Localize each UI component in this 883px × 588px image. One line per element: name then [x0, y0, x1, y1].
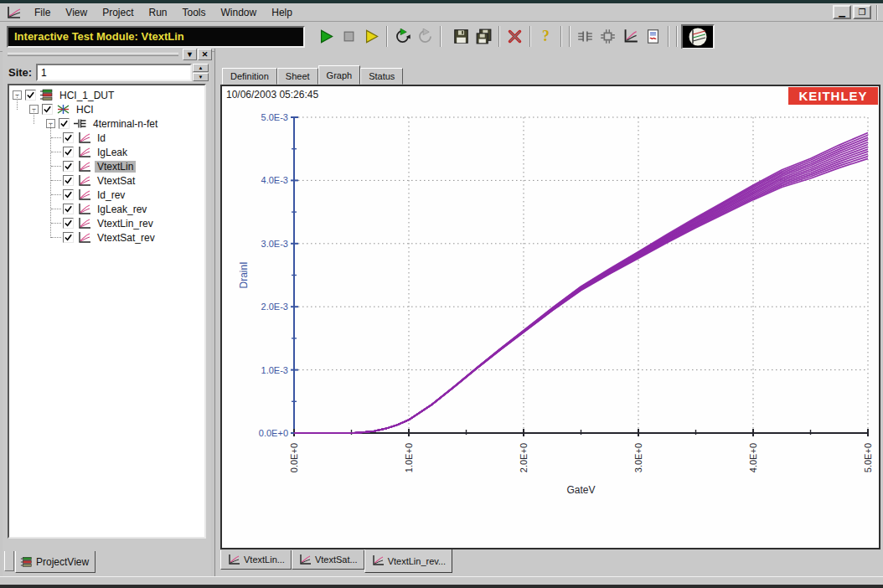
menu-view[interactable]: View: [58, 5, 95, 20]
menu-run[interactable]: Run: [142, 5, 175, 20]
stress-checkbox[interactable]: [42, 104, 53, 115]
panel-close-button[interactable]: ✕: [198, 49, 212, 60]
test-tab-label: VtextLin_rev...: [388, 556, 447, 566]
test-label[interactable]: VtextSat: [95, 175, 137, 187]
svg-text:4.0E+0: 4.0E+0: [748, 443, 758, 472]
graph-window-button[interactable]: [681, 24, 715, 49]
test-graph-icon: [77, 188, 91, 201]
test-graph-icon: [77, 160, 91, 173]
menu-window[interactable]: Window: [214, 5, 265, 20]
tree-label-stress[interactable]: HCI: [74, 104, 96, 116]
site-input[interactable]: [38, 65, 190, 80]
tree-test-item[interactable]: VtextSat: [51, 173, 204, 188]
save-all-button[interactable]: [472, 25, 495, 48]
app-graph-icon: [5, 6, 22, 19]
project-tree: − HCI_1_DUT − HCI − 4terminal-n-fet: [8, 84, 206, 539]
save-button[interactable]: [450, 25, 472, 48]
toolbar-separator: [569, 26, 571, 47]
help-button[interactable]: ?: [534, 25, 557, 48]
tab-sheet[interactable]: Sheet: [277, 68, 318, 85]
run-button[interactable]: [315, 25, 338, 48]
status-bar: [0, 576, 883, 585]
tree-connector: [51, 209, 61, 209]
test-checkbox[interactable]: [63, 189, 74, 200]
site-spin-down[interactable]: ▼: [193, 73, 209, 81]
tree-label-device[interactable]: 4terminal-n-fet: [90, 118, 160, 130]
test-structure-button[interactable]: [574, 25, 596, 48]
tree-test-item[interactable]: VtextLin: [51, 159, 204, 173]
dut-checkbox[interactable]: [25, 90, 36, 101]
test-checkbox[interactable]: [63, 218, 74, 229]
module-banner: Interactive Test Module: VtextLin: [7, 26, 305, 48]
tree-node-device[interactable]: − 4terminal-n-fet: [46, 116, 204, 131]
svg-text:1.0E+0: 1.0E+0: [404, 443, 414, 472]
tree-connector: [51, 152, 61, 152]
test-tab-label: VtextSat...: [315, 554, 358, 565]
tree-vline: [34, 110, 34, 124]
tab-vtextlin-rev[interactable]: VtextLin_rev...: [364, 549, 453, 573]
tree-test-item[interactable]: IgLeak_rev: [51, 202, 204, 216]
toolbar: Interactive Test Module: VtextLin: [0, 22, 883, 52]
menu-file[interactable]: File: [27, 5, 58, 20]
device-checkbox[interactable]: [59, 118, 70, 129]
hidden-tab-stub[interactable]: [4, 551, 14, 571]
test-label[interactable]: VtextSat_rev: [95, 232, 157, 244]
test-checkbox[interactable]: [63, 175, 74, 186]
repeat-run-button[interactable]: [391, 25, 414, 48]
graph-button[interactable]: [619, 25, 642, 48]
test-checkbox[interactable]: [63, 232, 74, 243]
menu-tools[interactable]: Tools: [175, 5, 214, 20]
delete-button[interactable]: [503, 25, 526, 48]
tab-project-view[interactable]: ProjectView: [15, 551, 96, 573]
stop-button[interactable]: [338, 25, 360, 48]
svg-text:0.0E+0: 0.0E+0: [289, 443, 299, 472]
test-label[interactable]: VtextLin: [95, 161, 136, 173]
svg-text:GateV: GateV: [566, 484, 595, 496]
test-tab-graph-icon: [371, 555, 385, 566]
test-checkbox[interactable]: [63, 132, 74, 143]
site-field[interactable]: [36, 64, 192, 81]
svg-text:5.0E-3: 5.0E-3: [261, 112, 288, 122]
tab-definition[interactable]: Definition: [222, 68, 277, 85]
test-label[interactable]: VtextLin_rev: [95, 218, 156, 230]
minimize-button[interactable]: ▁: [833, 5, 851, 19]
repeat-disabled-button[interactable]: [414, 25, 436, 48]
tree-test-item[interactable]: VtextSat_rev: [51, 230, 204, 245]
device-button[interactable]: [596, 25, 619, 48]
panel-gripper[interactable]: [8, 53, 178, 56]
svg-text:0.0E+0: 0.0E+0: [259, 428, 288, 438]
tree-test-item[interactable]: Id: [51, 131, 204, 145]
step-button[interactable]: [360, 25, 383, 48]
tree-label-dut[interactable]: HCI_1_DUT: [57, 90, 116, 101]
tree-test-item[interactable]: Id_rev: [51, 188, 204, 202]
test-label[interactable]: IgLeak_rev: [95, 204, 149, 215]
tree-node-dut[interactable]: − HCI_1_DUT: [13, 88, 204, 102]
svg-text:5.0E+0: 5.0E+0: [863, 443, 873, 472]
tab-vtextlin[interactable]: VtextLin...: [220, 550, 292, 570]
tree-test-item[interactable]: VtextLin_rev: [51, 216, 204, 230]
save-icon: [453, 28, 469, 44]
menu-help[interactable]: Help: [264, 5, 300, 20]
restore-button[interactable]: ❐: [853, 5, 871, 19]
test-label[interactable]: IgLeak: [95, 147, 130, 158]
tree-node-stress[interactable]: − HCI: [29, 102, 204, 116]
module-tabs: Definition Sheet Graph Status: [222, 65, 403, 85]
keithley-logo: KEITHLEY: [788, 87, 878, 105]
tab-graph[interactable]: Graph: [318, 65, 361, 85]
tab-vtextsat[interactable]: VtextSat...: [292, 550, 364, 570]
report-button[interactable]: [642, 25, 664, 48]
test-label[interactable]: Id_rev: [95, 189, 127, 201]
stop-icon: [341, 28, 357, 44]
graph-canvas: 0.0E+01.0E-32.0E-33.0E-34.0E-35.0E-30.0E…: [220, 85, 880, 549]
menu-project[interactable]: Project: [95, 5, 141, 20]
site-spin-up[interactable]: ▲: [193, 64, 209, 72]
tree-test-item[interactable]: IgLeak: [51, 145, 204, 159]
test-checkbox[interactable]: [63, 147, 74, 157]
tab-status[interactable]: Status: [360, 68, 403, 85]
menu-bar: File View Project Run Tools Window Help …: [0, 3, 883, 22]
test-checkbox[interactable]: [63, 161, 74, 172]
test-label[interactable]: Id: [95, 132, 108, 144]
svg-text:3.0E-3: 3.0E-3: [261, 239, 288, 249]
test-checkbox[interactable]: [63, 204, 74, 214]
panel-menu-button[interactable]: ▼: [183, 49, 197, 60]
